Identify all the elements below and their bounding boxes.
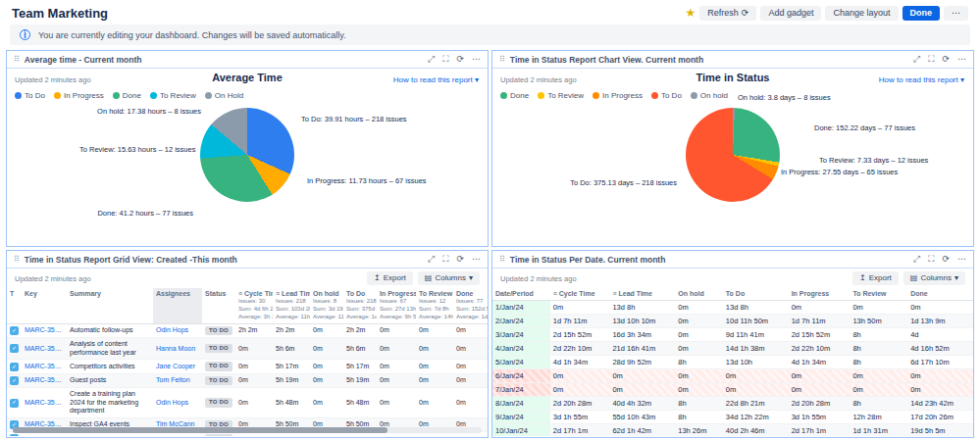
column-header[interactable]: In ProgressIssues: 67Sum: 27d 13hAverage… — [377, 288, 416, 323]
legend-item[interactable]: To Review — [150, 91, 196, 100]
time-in-status-pie-chart[interactable] — [686, 108, 780, 202]
fullscreen-icon[interactable]: ⛶ — [442, 55, 448, 64]
table-row[interactable]: 6/Jan/240m0m0m0m0m0m0m — [492, 369, 973, 383]
expand-icon[interactable]: ⤢ — [913, 255, 920, 264]
summary-cell[interactable]: Analysis of content performance last yea… — [67, 337, 153, 360]
table-row[interactable]: 2/Jan/241d 7h 11m13d 10h 10m0m10d 11h 50… — [492, 315, 973, 328]
column-header[interactable]: T — [7, 288, 22, 323]
gadget-refresh-icon[interactable]: ⟳ — [942, 55, 950, 64]
more-menu-button[interactable]: ⋯ — [944, 6, 968, 21]
issue-key-link[interactable]: MARC-3535 — [25, 376, 63, 383]
gadget-refresh-icon[interactable]: ⟳ — [456, 55, 464, 64]
export-button[interactable]: ↥ Export — [852, 271, 899, 285]
table-row[interactable]: 7/Jan/240m0m0m0m0m0m0m — [492, 383, 973, 397]
table-row[interactable]: 4/Jan/242d 22h 10m21d 16h 41m0m14d 1h 38… — [492, 342, 973, 356]
table-row[interactable]: 10/Jan/242d 17h 1m62d 1h 42m13h 26m40d 2… — [492, 424, 973, 436]
column-header[interactable]: On holdIssues: 8Sum: 3d 19hAverage: 11h … — [310, 288, 343, 323]
legend-item[interactable]: In Progress — [54, 91, 104, 100]
column-header[interactable]: To ReviewIssues: 12Sum: 7d 8hAverage: 14… — [416, 288, 453, 323]
expand-icon[interactable]: ⤢ — [913, 55, 920, 64]
issue-key-link[interactable]: MARC-3537 — [25, 345, 63, 352]
horizontal-scrollbar-track[interactable] — [13, 427, 482, 433]
gadget-menu-icon[interactable]: ⋯ — [472, 255, 481, 264]
help-link[interactable]: How to read this report ▾ — [879, 75, 964, 84]
column-header[interactable]: DoneIssues: 77Sum: 152d 5hAverage: 1d 23… — [453, 288, 488, 323]
column-header[interactable]: To DoIssues: 218Sum: 375d 3hAverage: 1d … — [343, 288, 377, 323]
table-row[interactable]: 9/Jan/243d 1h 55m55d 10h 43m8h34d 12h 22… — [492, 411, 973, 424]
expand-icon[interactable]: ⤢ — [428, 55, 435, 64]
assignee-link[interactable]: Odin Hops — [156, 326, 188, 333]
table-row[interactable]: 8/Jan/242d 20h 28m40d 4h 32m8h22d 8h 21m… — [492, 397, 973, 411]
gadget-refresh-icon[interactable]: ⟳ — [942, 255, 950, 264]
summary-cell[interactable]: Guest posts — [67, 373, 153, 387]
expand-icon[interactable]: ⤢ — [428, 255, 435, 264]
column-header[interactable]: ≡ Cycle Time — [550, 288, 610, 301]
gadget-menu-icon[interactable]: ⋯ — [957, 255, 966, 264]
drag-handle-icon[interactable]: ⠿ — [499, 255, 505, 264]
gadget-menu-icon[interactable]: ⋯ — [472, 55, 481, 64]
legend-item[interactable]: To Do — [651, 91, 682, 100]
assignee-link[interactable]: Parker Kamp — [156, 435, 196, 436]
issue-open-icon[interactable]: ↗ — [65, 400, 67, 406]
column-header[interactable]: To Review — [850, 288, 907, 301]
fullscreen-icon[interactable]: ⛶ — [928, 255, 934, 264]
fullscreen-icon[interactable]: ⛶ — [928, 55, 934, 64]
gadget-menu-icon[interactable]: ⋯ — [957, 55, 966, 64]
issue-key-link[interactable]: MARC-3538 — [25, 326, 63, 333]
column-header[interactable]: Status — [202, 288, 235, 323]
table-row[interactable]: ✓MARC-3538↗Automatic follow-upsOdin Hops… — [7, 323, 488, 337]
legend-item[interactable]: On hold — [691, 91, 728, 100]
issue-key-link[interactable]: MARC-3534 — [25, 399, 63, 406]
column-header[interactable]: ≡ Lead TimeIssues: 218Sum: 103d 2h 4mAve… — [273, 288, 310, 323]
assignee-link[interactable]: Tom Felton — [156, 376, 190, 383]
table-row[interactable]: ✓MARC-3536↗Competitors activitiesJane Co… — [7, 360, 488, 373]
column-header[interactable]: ≡ Cycle TimeIssues: 30Sum: 4d 6h 20mAver… — [235, 288, 273, 323]
column-header[interactable]: Key — [22, 288, 67, 323]
column-header[interactable]: Assignees — [153, 288, 202, 323]
drag-handle-icon[interactable]: ⠿ — [14, 255, 20, 264]
legend-item[interactable]: To Do — [15, 91, 45, 100]
issue-open-icon[interactable]: ↗ — [65, 346, 67, 352]
gadget-refresh-icon[interactable]: ⟳ — [456, 255, 464, 264]
add-gadget-button[interactable]: Add gadget — [760, 6, 821, 21]
table-row[interactable]: 3/Jan/242d 15h 52m16d 3h 34m0m9d 11h 41m… — [492, 328, 973, 342]
column-header[interactable]: To Do — [723, 288, 789, 301]
legend-item[interactable]: On Hold — [205, 91, 243, 100]
issue-key-link[interactable]: MARC-3536 — [25, 363, 63, 369]
legend-item[interactable]: To Review — [538, 91, 584, 100]
average-time-pie-chart[interactable] — [200, 108, 294, 202]
assignee-link[interactable]: Odin Hops — [156, 399, 188, 406]
table-row[interactable]: ✓MARC-3534↗Create a training plan 2024 f… — [7, 387, 488, 417]
table-row[interactable]: 1/Jan/240m13d 8h0m13d 8h0m0m0m — [492, 301, 973, 315]
columns-button[interactable]: ▤ Columns ▾ — [418, 271, 480, 285]
change-layout-button[interactable]: Change layout — [825, 6, 898, 21]
column-header[interactable]: ≡ Lead Time — [609, 288, 675, 301]
favorite-star-icon[interactable]: ★ — [686, 7, 696, 19]
issue-open-icon[interactable]: ↗ — [65, 327, 67, 333]
assignee-link[interactable]: Hanna Moon — [156, 345, 195, 352]
issue-open-icon[interactable]: ↗ — [65, 364, 67, 369]
legend-item[interactable]: Done — [113, 91, 141, 100]
summary-cell[interactable]: Create a training plan 2024 for the mark… — [67, 387, 153, 417]
column-header[interactable]: Done — [907, 288, 973, 301]
table-row[interactable]: 5/Jan/244d 1h 34m28d 9h 52m8h13d 10h4d 1… — [492, 356, 973, 369]
column-header[interactable]: Summary — [67, 288, 153, 323]
help-link[interactable]: How to read this report ▾ — [393, 75, 479, 84]
legend-item[interactable]: Done — [500, 91, 529, 100]
drag-handle-icon[interactable]: ⠿ — [14, 55, 20, 64]
issue-open-icon[interactable]: ↗ — [65, 377, 67, 383]
column-header[interactable]: Date/Period — [492, 288, 550, 301]
table-row[interactable]: ✓MARC-3535↗Guest postsTom FeltonTO DO0m5… — [7, 373, 488, 387]
fullscreen-icon[interactable]: ⛶ — [442, 255, 448, 264]
table-row[interactable]: ✓MARC-3537↗Analysis of content performan… — [7, 337, 488, 360]
done-button[interactable]: Done — [903, 6, 941, 21]
export-button[interactable]: ↥ Export — [367, 271, 413, 285]
refresh-button[interactable]: Refresh ⟳ — [699, 6, 756, 21]
issue-key-link[interactable]: MARC-3531 — [25, 435, 63, 436]
assignee-link[interactable]: Jane Cooper — [156, 363, 195, 369]
legend-item[interactable]: In Progress — [593, 91, 643, 100]
columns-button[interactable]: ▤ Columns ▾ — [903, 271, 965, 285]
column-header[interactable]: On hold — [675, 288, 723, 301]
column-header[interactable]: In Progress — [789, 288, 851, 301]
summary-cell[interactable]: Automatic follow-ups — [67, 323, 153, 337]
